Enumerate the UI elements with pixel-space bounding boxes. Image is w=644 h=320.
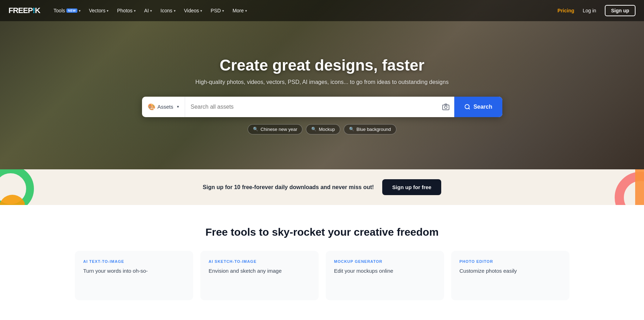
assets-icon: 🎨 [148, 103, 155, 111]
search-tag-icon-2: 🔍 [311, 127, 317, 132]
nav-tools[interactable]: Tools NEW ▾ [50, 5, 84, 16]
nav-videos[interactable]: Videos ▾ [181, 5, 206, 16]
tool-card-ai-text[interactable]: AI TEXT-TO-IMAGE Turn your words into oh… [75, 251, 193, 300]
banner-deco-right [566, 169, 644, 205]
suggestion-mockup[interactable]: 🔍 Mockup [306, 124, 340, 134]
nav-icons[interactable]: Icons ▾ [157, 5, 179, 16]
videos-chevron-icon: ▾ [200, 9, 202, 13]
icons-chevron-icon: ▾ [174, 9, 176, 13]
hero-content: Create great designs, faster High-qualit… [0, 35, 644, 134]
search-button[interactable]: Search [454, 97, 502, 117]
nav-vectors[interactable]: Vectors ▾ [85, 5, 112, 16]
tools-title: Free tools to sky-rocket your creative f… [14, 226, 630, 238]
psd-chevron-icon: ▾ [222, 9, 224, 13]
tools-chevron-icon: ▾ [79, 9, 81, 13]
svg-point-5 [0, 169, 30, 205]
nav-right: Pricing Log in Sign up [557, 5, 636, 16]
svg-rect-4 [0, 169, 39, 205]
tool-category-ai-text: AI TEXT-TO-IMAGE [83, 259, 185, 264]
signup-button[interactable]: Sign up [605, 5, 636, 16]
tools-section: Free tools to sky-rocket your creative f… [0, 205, 644, 314]
search-tag-icon: 🔍 [253, 127, 258, 132]
search-tag-icon-3: 🔍 [349, 127, 354, 132]
banner-text: Sign up for 10 free-forever daily downlo… [203, 184, 374, 191]
search-filter-label: Assets [158, 104, 173, 110]
ai-chevron-icon: ▾ [150, 9, 152, 13]
tool-card-ai-sketch[interactable]: AI SKETCH-TO-IMAGE Envision and sketch a… [200, 251, 319, 300]
nav-more[interactable]: More ▾ [229, 5, 250, 16]
suggestion-tags: 🔍 Chinese new year 🔍 Mockup 🔍 Blue backg… [7, 124, 637, 134]
tool-desc-photo-editor: Customize photos easily [460, 267, 561, 275]
nav-ai[interactable]: AI ▾ [141, 5, 155, 16]
search-bar: 🎨 Assets ▾ Search [142, 97, 502, 117]
suggestion-blue-background[interactable]: 🔍 Blue background [344, 124, 396, 134]
hero-title: Create great designs, faster [7, 56, 637, 74]
nav-psd[interactable]: PSD ▾ [207, 5, 228, 16]
search-input[interactable] [185, 97, 438, 117]
svg-rect-11 [635, 169, 644, 205]
svg-line-3 [469, 108, 470, 109]
filter-chevron-icon: ▾ [177, 104, 179, 109]
pricing-link[interactable]: Pricing [557, 8, 574, 13]
svg-point-7 [0, 195, 26, 205]
nav-photos[interactable]: Photos ▾ [113, 5, 139, 16]
tool-card-mockup[interactable]: MOCKUP GENERATOR Edit your mockups onlin… [326, 251, 444, 300]
more-chevron-icon: ▾ [245, 9, 247, 13]
svg-point-1 [444, 106, 447, 108]
hero-subtitle: High-quality photos, videos, vectors, PS… [7, 79, 637, 85]
login-link[interactable]: Log in [579, 6, 601, 16]
tool-desc-ai-text: Turn your words into oh-so- [83, 267, 185, 275]
photos-chevron-icon: ▾ [134, 9, 136, 13]
nav-links: Tools NEW ▾ Vectors ▾ Photos ▾ AI ▾ Icon… [50, 5, 557, 16]
camera-search-icon[interactable] [438, 97, 454, 117]
svg-rect-6 [0, 189, 25, 205]
tool-category-photo-editor: PHOTO EDITOR [460, 259, 561, 264]
suggestion-chinese-new-year[interactable]: 🔍 Chinese new year [248, 124, 302, 134]
signup-banner: Sign up for 10 free-forever daily downlo… [0, 169, 644, 205]
tool-category-mockup: MOCKUP GENERATOR [334, 259, 436, 264]
svg-point-2 [465, 104, 469, 109]
svg-point-9 [619, 176, 644, 205]
tool-desc-ai-sketch: Envision and sketch any image [209, 267, 310, 275]
tool-desc-mockup: Edit your mockups online [334, 267, 436, 275]
tools-grid: AI TEXT-TO-IMAGE Turn your words into oh… [75, 251, 569, 300]
tool-category-ai-sketch: AI SKETCH-TO-IMAGE [209, 259, 310, 264]
hero-section: Create great designs, faster High-qualit… [0, 0, 644, 169]
svg-rect-10 [635, 169, 644, 205]
search-icon [464, 104, 471, 110]
navbar: FREEP!K Tools NEW ▾ Vectors ▾ Photos ▾ A… [0, 0, 644, 21]
logo[interactable]: FREEP!K [8, 6, 40, 15]
tool-card-photo-editor[interactable]: PHOTO EDITOR Customize photos easily [451, 251, 569, 300]
signup-free-button[interactable]: Sign up for free [382, 179, 441, 195]
vectors-chevron-icon: ▾ [107, 9, 108, 13]
svg-rect-8 [609, 169, 644, 205]
banner-deco-left [0, 169, 78, 205]
search-filter-dropdown[interactable]: 🎨 Assets ▾ [142, 97, 185, 117]
